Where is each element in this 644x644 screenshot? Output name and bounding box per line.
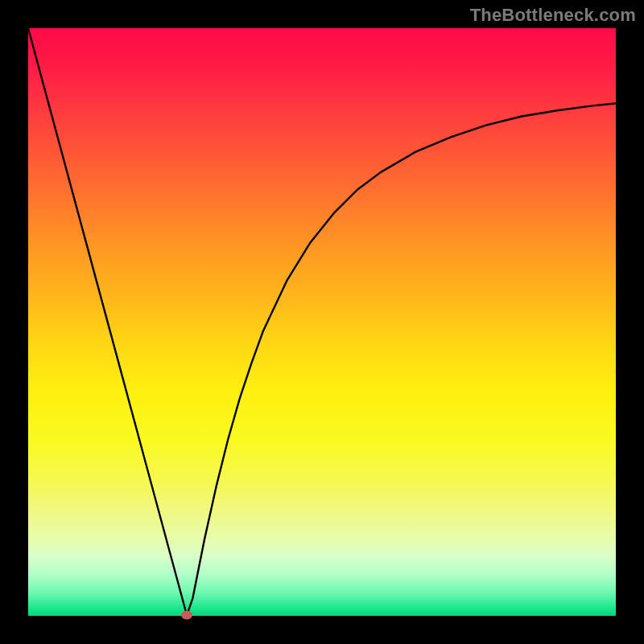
watermark-text: TheBottleneck.com	[470, 5, 636, 26]
curve-svg	[28, 28, 616, 616]
chart-container: TheBottleneck.com	[0, 0, 644, 644]
minimum-marker	[181, 611, 192, 620]
bottleneck-curve	[28, 28, 616, 615]
plot-area	[28, 28, 616, 616]
